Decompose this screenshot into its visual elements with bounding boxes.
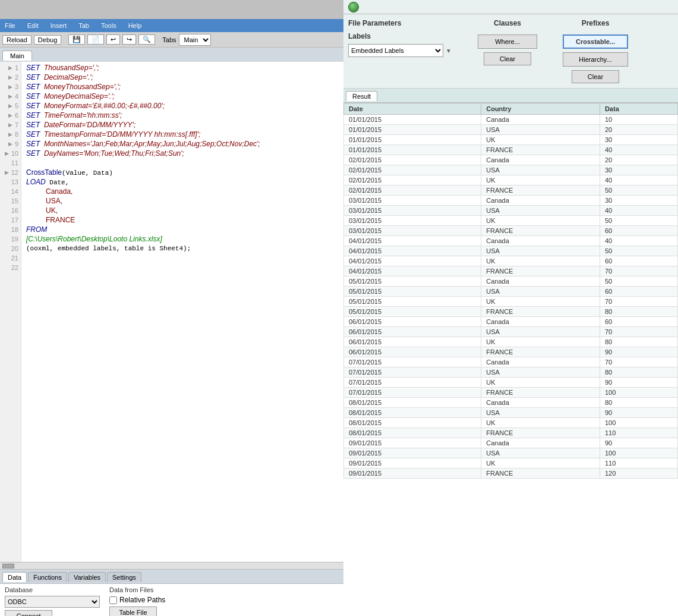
cell-date: 05/01/2015 [344, 297, 481, 307]
cell-data: 70 [600, 357, 677, 367]
line-num-10: ▶10 [2, 149, 18, 158]
reload-button[interactable]: Reload [2, 35, 31, 45]
code-editor[interactable]: ▶1 ▶2 ▶3 ▶4 ▶5 ▶6 ▶7 ▶8 ▶9 ▶10 11 ▶12 13… [0, 62, 343, 562]
cell-country: FRANCE [481, 186, 600, 196]
tab-variables[interactable]: Variables [68, 572, 106, 582]
table-row: 05/01/2015USA60 [344, 287, 678, 297]
cell-date: 06/01/2015 [344, 337, 481, 347]
result-tab[interactable]: Result [346, 91, 377, 101]
cell-country: FRANCE [481, 145, 600, 155]
cell-date: 07/01/2015 [344, 357, 481, 367]
database-col: Database ODBC Connect [5, 586, 100, 616]
cell-data: 100 [600, 418, 677, 428]
qv-top-row [343, 0, 678, 14]
prefixes-section: Prefixes Crosstable... Hierarchy... Clea… [548, 19, 643, 83]
line-num-12: ▶12 [2, 168, 18, 177]
line-num-5: ▶5 [2, 101, 18, 111]
tabs-label: Tabs [162, 36, 176, 43]
cell-date: 01/01/2015 [344, 125, 481, 135]
data-table-wrapper[interactable]: Date Country Data 01/01/2015Canada1001/0… [343, 103, 678, 616]
relative-paths-checkbox[interactable]: Relative Paths [109, 596, 165, 604]
line-num-19: 19 [2, 234, 18, 244]
cell-data: 70 [600, 297, 677, 307]
cell-date: 01/01/2015 [344, 115, 481, 125]
clear-prefixes-button[interactable]: Clear [572, 70, 619, 83]
main-tab[interactable]: Main [2, 51, 32, 61]
new-button[interactable]: 📄 [87, 34, 104, 45]
line-num-9: ▶9 [2, 139, 18, 149]
horizontal-scrollbar[interactable] [0, 562, 343, 569]
database-select[interactable]: ODBC [5, 596, 100, 608]
table-row: 05/01/2015UK70 [344, 297, 678, 307]
cell-date: 03/01/2015 [344, 226, 481, 236]
menu-help[interactable]: Help [126, 21, 144, 30]
redo-button[interactable]: ↪ [122, 34, 136, 45]
line-num-1: ▶1 [2, 63, 18, 73]
menu-insert[interactable]: Insert [48, 21, 70, 30]
hierarchy-button[interactable]: Hierarchy... [563, 52, 628, 67]
code-line-11 [26, 158, 339, 168]
table-row: 02/01/2015FRANCE50 [344, 186, 678, 196]
editor-toolbar: Reload Debug 💾 📄 ↩ ↪ 🔍 Tabs Main [0, 32, 343, 48]
menu-tools[interactable]: Tools [99, 21, 119, 30]
line-num-8: ▶8 [2, 130, 18, 139]
table-row: 07/01/2015FRANCE100 [344, 388, 678, 398]
code-line-9: SET MonthNames='Jan;Feb;Mar;Apr;May;Jun;… [26, 139, 339, 149]
clauses-title: Clauses [494, 19, 521, 27]
file-parameters-panel: File Parameters Labels Embedded Labels N… [343, 14, 678, 89]
bottom-tabs: Data Functions Variables Settings [0, 569, 343, 583]
tab-data[interactable]: Data [2, 572, 27, 582]
result-tabs: Result [343, 89, 678, 103]
cell-data: 40 [600, 175, 677, 186]
clear-clauses-button[interactable]: Clear [484, 52, 531, 65]
data-table: Date Country Data 01/01/2015Canada1001/0… [343, 103, 678, 479]
menu-file[interactable]: File [2, 21, 18, 30]
cell-data: 100 [600, 388, 677, 398]
line-numbers: ▶1 ▶2 ▶3 ▶4 ▶5 ▶6 ▶7 ▶8 ▶9 ▶10 11 ▶12 13… [0, 62, 21, 562]
table-row: 08/01/2015Canada80 [344, 398, 678, 408]
cell-country: USA [481, 287, 600, 297]
cell-country: UK [481, 216, 600, 226]
cell-data: 100 [600, 448, 677, 458]
table-row: 07/01/2015UK90 [344, 378, 678, 388]
table-row: 04/01/2015FRANCE70 [344, 266, 678, 276]
table-file-button[interactable]: Table File [109, 606, 157, 616]
code-line-16: UK, [26, 206, 339, 215]
cell-data: 120 [600, 469, 677, 479]
cell-country: USA [481, 367, 600, 378]
cell-data: 70 [600, 266, 677, 276]
menu-bar: File Edit Insert Tab Tools Help [0, 19, 343, 32]
cell-data: 60 [600, 256, 677, 266]
cell-data: 30 [600, 165, 677, 175]
table-row: 02/01/2015USA30 [344, 165, 678, 175]
tab-settings[interactable]: Settings [107, 572, 141, 582]
data-from-files-label: Data from Files [109, 586, 165, 593]
line-num-14: 14 [2, 187, 18, 196]
cell-country: FRANCE [481, 428, 600, 438]
cell-data: 20 [600, 155, 677, 165]
cell-country: Canada [481, 438, 600, 448]
code-line-12: CrossTable(Value, Data) [26, 168, 339, 177]
tab-dropdown[interactable]: Main [179, 34, 211, 46]
connect-button[interactable]: Connect [5, 610, 52, 616]
cell-data: 90 [600, 438, 677, 448]
table-row: 03/01/2015FRANCE60 [344, 226, 678, 236]
cell-date: 04/01/2015 [344, 246, 481, 256]
undo-button[interactable]: ↩ [106, 34, 120, 45]
tab-functions[interactable]: Functions [28, 572, 67, 582]
cell-data: 50 [600, 246, 677, 256]
menu-edit[interactable]: Edit [25, 21, 41, 30]
crosstable-button[interactable]: Crosstable... [563, 34, 628, 49]
cell-data: 30 [600, 196, 677, 206]
cell-date: 08/01/2015 [344, 398, 481, 408]
cell-country: Canada [481, 398, 600, 408]
cell-country: UK [481, 297, 600, 307]
debug-button[interactable]: Debug [34, 35, 61, 45]
cell-country: USA [481, 206, 600, 216]
labels-dropdown[interactable]: Embedded Labels No Labels Explicit Label… [348, 44, 443, 57]
save-button[interactable]: 💾 [68, 34, 85, 45]
menu-tab[interactable]: Tab [76, 21, 92, 30]
where-button[interactable]: Where... [478, 34, 537, 49]
code-content[interactable]: SET ThousandSep=','; SET DecimalSep='.';… [21, 62, 343, 562]
find-button[interactable]: 🔍 [138, 34, 155, 45]
